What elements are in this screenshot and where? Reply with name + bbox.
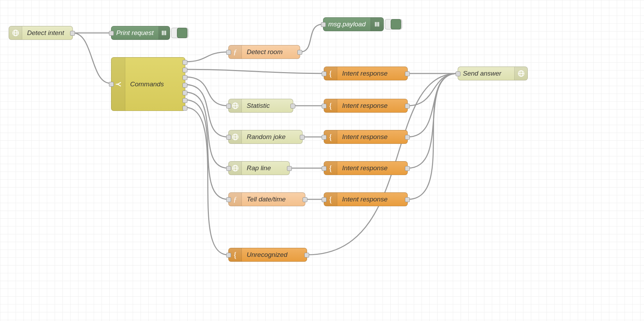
input-port[interactable]: [226, 253, 231, 258]
output-port-6[interactable]: [183, 98, 187, 103]
input-port[interactable]: [226, 50, 231, 55]
node-detect-room[interactable]: ƒ Detect room: [228, 45, 300, 59]
input-port[interactable]: [322, 71, 327, 76]
output-port[interactable]: [303, 197, 307, 202]
node-intent-response-4[interactable]: { Intent response: [324, 161, 408, 175]
output-port[interactable]: [405, 135, 410, 140]
input-port[interactable]: [226, 104, 231, 109]
node-intent-response-5[interactable]: { Intent response: [324, 192, 408, 206]
node-label: Tell date/time: [242, 193, 305, 206]
input-port[interactable]: [322, 104, 327, 109]
output-port[interactable]: [304, 253, 309, 258]
node-label: Detect intent: [22, 26, 73, 40]
node-label: Commands: [125, 58, 185, 111]
node-label: Unrecognized: [242, 248, 307, 261]
output-port[interactable]: [405, 197, 410, 202]
output-port[interactable]: [300, 135, 305, 140]
svg-rect-8: [378, 22, 379, 27]
output-port-3[interactable]: [183, 75, 187, 80]
output-port[interactable]: [405, 166, 410, 171]
node-label: Intent response: [337, 162, 407, 175]
node-rap-line[interactable]: Rap line: [228, 161, 290, 175]
node-intent-response-2[interactable]: { Intent response: [324, 99, 408, 113]
input-port[interactable]: [109, 82, 114, 87]
input-port[interactable]: [226, 166, 231, 171]
node-tell-datetime[interactable]: ƒ Tell date/time: [228, 192, 305, 206]
wires-layer: [0, 0, 644, 321]
node-label: Print request: [111, 26, 159, 40]
node-label: Send answer: [458, 67, 514, 80]
svg-rect-4: [164, 31, 165, 35]
output-port-7[interactable]: [183, 106, 187, 111]
input-port[interactable]: [456, 71, 460, 76]
node-label: Intent response: [337, 130, 407, 144]
output-port[interactable]: [70, 31, 75, 36]
node-label: Statistic: [242, 99, 293, 112]
debug-icon: [371, 18, 383, 31]
node-intent-response-1[interactable]: { Intent response: [324, 67, 408, 80]
svg-rect-5: [165, 31, 166, 35]
node-label: Random joke: [242, 130, 302, 144]
node-send-answer[interactable]: Send answer: [458, 67, 528, 80]
input-port[interactable]: [109, 31, 114, 36]
input-port[interactable]: [322, 166, 327, 171]
input-port[interactable]: [322, 197, 327, 202]
output-port[interactable]: [405, 104, 410, 109]
output-port[interactable]: [405, 71, 410, 76]
debug-toggle-button[interactable]: [391, 19, 401, 29]
globe-icon: [514, 67, 527, 80]
output-port-2[interactable]: [183, 68, 187, 72]
node-label: Detect room: [242, 45, 300, 59]
flow-canvas[interactable]: Detect intent Print request msg.payload …: [0, 0, 644, 321]
input-port[interactable]: [226, 135, 231, 140]
svg-rect-3: [162, 31, 163, 35]
output-port[interactable]: [287, 166, 292, 171]
output-port[interactable]: [290, 104, 295, 109]
output-port-1[interactable]: [183, 60, 187, 65]
debug-toggle-button[interactable]: [177, 28, 187, 38]
output-port-4[interactable]: [183, 83, 187, 88]
node-detect-intent[interactable]: Detect intent: [9, 26, 73, 40]
svg-point-9: [117, 84, 118, 85]
node-intent-response-3[interactable]: { Intent response: [324, 130, 408, 144]
node-print-request[interactable]: Print request: [111, 26, 170, 40]
node-label: Rap line: [242, 162, 289, 175]
node-label: msg.payload: [323, 18, 371, 31]
node-label: Intent response: [337, 193, 407, 206]
input-port[interactable]: [321, 22, 326, 27]
input-port[interactable]: [226, 197, 231, 202]
svg-rect-6: [375, 22, 376, 27]
node-msg-payload[interactable]: msg.payload: [323, 17, 384, 31]
node-statistic[interactable]: Statistic: [228, 99, 293, 113]
svg-rect-7: [376, 22, 378, 27]
output-port-5[interactable]: [183, 90, 187, 95]
node-commands[interactable]: Commands: [111, 57, 185, 111]
node-unrecognized[interactable]: { Unrecognized: [228, 248, 307, 262]
globe-icon: [9, 26, 22, 40]
input-port[interactable]: [322, 135, 327, 140]
node-label: Intent response: [337, 99, 407, 112]
debug-icon: [159, 26, 170, 40]
output-port[interactable]: [297, 50, 302, 55]
node-random-joke[interactable]: Random joke: [228, 130, 303, 144]
node-label: Intent response: [337, 67, 407, 80]
